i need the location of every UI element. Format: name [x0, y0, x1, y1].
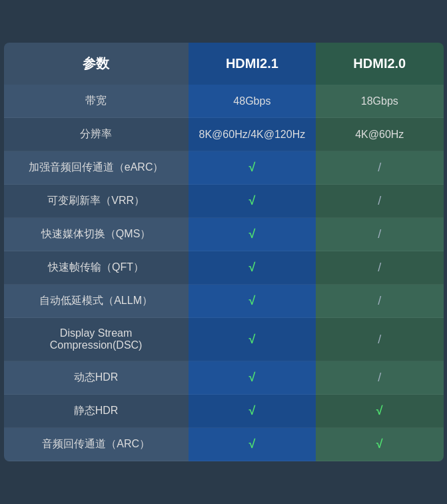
hdmi21-cell: √	[189, 151, 316, 185]
hdmi21-cell: √	[189, 285, 316, 318]
hdmi20-cell: /	[316, 218, 443, 251]
param-cell: Display StreamCompression(DSC)	[4, 318, 189, 361]
hdmi21-cell: √	[189, 318, 316, 361]
table-row: 音频回传通道（ARC）√√	[4, 428, 444, 461]
param-cell: 分辨率	[4, 118, 189, 151]
param-cell: 可变刷新率（VRR）	[4, 185, 189, 218]
table-row: 分辨率8K@60Hz/4K@120Hz4K@60Hz	[4, 118, 444, 151]
hdmi21-cell: √	[189, 251, 316, 285]
hdmi21-cell: √	[189, 185, 316, 218]
hdmi20-cell: /	[316, 151, 443, 185]
header-hdmi20: HDMI2.0	[316, 43, 443, 85]
hdmi21-cell: √	[189, 395, 316, 428]
header-hdmi21: HDMI2.1	[189, 43, 316, 85]
param-cell: 音频回传通道（ARC）	[4, 428, 189, 461]
param-cell: 静态HDR	[4, 395, 189, 428]
table-row: 快速媒体切换（QMS）√/	[4, 218, 444, 251]
hdmi21-cell: 48Gbps	[189, 85, 316, 118]
param-cell: 动态HDR	[4, 361, 189, 395]
hdmi20-cell: 4K@60Hz	[316, 118, 443, 151]
param-cell: 带宽	[4, 85, 189, 118]
hdmi20-cell: /	[316, 318, 443, 361]
param-cell: 快速帧传输（QFT）	[4, 251, 189, 285]
table-row: 动态HDR√/	[4, 361, 444, 395]
param-cell: 快速媒体切换（QMS）	[4, 218, 189, 251]
hdmi20-cell: /	[316, 361, 443, 395]
table-row: Display StreamCompression(DSC)√/	[4, 318, 444, 361]
hdmi20-cell: √	[316, 428, 443, 461]
table-row: 加强音频回传通道（eARC）√/	[4, 151, 444, 185]
table-row: 快速帧传输（QFT）√/	[4, 251, 444, 285]
hdmi20-cell: /	[316, 285, 443, 318]
table-header: 参数 HDMI2.1 HDMI2.0	[4, 43, 444, 85]
param-cell: 加强音频回传通道（eARC）	[4, 151, 189, 185]
table-row: 静态HDR√√	[4, 395, 444, 428]
param-cell: 自动低延模式（ALLM）	[4, 285, 189, 318]
hdmi21-cell: 8K@60Hz/4K@120Hz	[189, 118, 316, 151]
table-row: 带宽48Gbps18Gbps	[4, 85, 444, 118]
hdmi21-cell: √	[189, 428, 316, 461]
hdmi20-cell: /	[316, 251, 443, 285]
hdmi20-cell: 18Gbps	[316, 85, 443, 118]
hdmi21-cell: √	[189, 361, 316, 395]
table-row: 可变刷新率（VRR）√/	[4, 185, 444, 218]
hdmi20-cell: /	[316, 185, 443, 218]
comparison-table: 参数 HDMI2.1 HDMI2.0 带宽48Gbps18Gbps分辨率8K@6…	[4, 43, 444, 461]
hdmi21-cell: √	[189, 218, 316, 251]
hdmi20-cell: √	[316, 395, 443, 428]
header-param: 参数	[4, 43, 189, 85]
table-row: 自动低延模式（ALLM）√/	[4, 285, 444, 318]
